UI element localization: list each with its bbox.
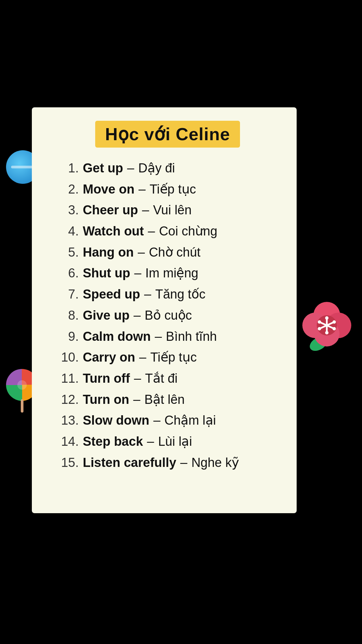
vocabulary-list: 1.Get up – Dậy đi2.Move on – Tiếp tục3.C…	[59, 158, 277, 473]
title-wrapper: Học với Celine	[59, 121, 277, 148]
item-dash: –	[148, 221, 155, 242]
svg-point-12	[333, 327, 336, 330]
vocab-item: 5.Hang on – Chờ chút	[59, 242, 277, 263]
vocab-item: 15.Listen carefully – Nghe kỹ	[59, 452, 277, 473]
item-translation: Chờ chút	[149, 242, 200, 263]
item-number: 10.	[59, 347, 79, 368]
item-dash: –	[142, 200, 149, 221]
item-phrase: Step back	[83, 431, 143, 452]
vocab-item: 13.Slow down – Chậm lại	[59, 410, 277, 431]
vocab-item: 6.Shut up – Im miệng	[59, 263, 277, 284]
item-number: 13.	[59, 410, 79, 431]
item-translation: Chậm lại	[165, 410, 216, 431]
item-phrase: Speed up	[83, 284, 140, 305]
item-number: 1.	[59, 158, 79, 179]
item-phrase: Calm down	[83, 326, 151, 347]
vocab-item: 2.Move on – Tiếp tục	[59, 179, 277, 200]
item-dash: –	[153, 410, 160, 431]
item-translation: Bỏ cuộc	[145, 305, 192, 326]
item-dash: –	[155, 326, 162, 347]
item-dash: –	[180, 452, 187, 473]
item-phrase: Slow down	[83, 410, 149, 431]
item-dash: –	[138, 242, 145, 263]
item-phrase: Cheer up	[83, 200, 138, 221]
item-translation: Im miệng	[145, 263, 198, 284]
item-dash: –	[134, 368, 141, 389]
item-number: 2.	[59, 179, 79, 200]
item-phrase: Turn off	[83, 368, 130, 389]
item-dash: –	[144, 284, 151, 305]
item-number: 7.	[59, 284, 79, 305]
vocab-item: 14.Step back – Lùi lại	[59, 431, 277, 452]
item-translation: Coi chừng	[159, 221, 217, 242]
item-translation: Tắt đi	[145, 368, 178, 389]
flower-decoration	[298, 295, 355, 352]
lollipop-stick	[21, 399, 23, 413]
item-translation: Bình tĩnh	[166, 326, 217, 347]
item-phrase: Hang on	[83, 242, 134, 263]
item-dash: –	[147, 431, 154, 452]
vocab-item: 1.Get up – Dậy đi	[59, 158, 277, 179]
item-number: 15.	[59, 452, 79, 473]
item-phrase: Listen carefully	[83, 452, 176, 473]
item-translation: Tăng tốc	[155, 284, 205, 305]
title-box: Học với Celine	[95, 121, 240, 148]
svg-point-14	[333, 320, 336, 324]
item-translation: Tiếp tục	[150, 347, 197, 368]
item-translation: Bật lên	[144, 389, 185, 410]
item-number: 8.	[59, 305, 79, 326]
item-number: 3.	[59, 200, 79, 221]
item-translation: Dậy đi	[138, 158, 175, 179]
item-dash: –	[134, 263, 141, 284]
item-phrase: Turn on	[83, 389, 129, 410]
item-dash: –	[127, 158, 134, 179]
item-number: 4.	[59, 221, 79, 242]
item-dash: –	[133, 389, 140, 410]
item-dash: –	[133, 305, 140, 326]
item-number: 6.	[59, 263, 79, 284]
item-translation: Lùi lại	[158, 431, 192, 452]
page-title: Học với Celine	[105, 124, 230, 144]
item-phrase: Give up	[83, 305, 129, 326]
vocab-item: 9.Calm down – Bình tĩnh	[59, 326, 277, 347]
vocab-item: 10.Carry on – Tiếp tục	[59, 347, 277, 368]
item-dash: –	[139, 347, 146, 368]
svg-point-10	[325, 331, 328, 334]
item-number: 14.	[59, 431, 79, 452]
item-phrase: Get up	[83, 158, 123, 179]
vocab-item: 12.Turn on – Bật lên	[59, 389, 277, 410]
svg-point-11	[318, 320, 321, 324]
item-phrase: Shut up	[83, 263, 130, 284]
vocab-item: 7.Speed up – Tăng tốc	[59, 284, 277, 305]
vocab-item: 11.Turn off – Tắt đi	[59, 368, 277, 389]
item-translation: Nghe kỹ	[191, 452, 239, 473]
item-number: 11.	[59, 368, 79, 389]
item-translation: Tiếp tục	[149, 179, 196, 200]
svg-point-13	[318, 327, 321, 330]
item-phrase: Watch out	[83, 221, 144, 242]
content-card: Học với Celine 1.Get up – Dậy đi2.Move o…	[32, 107, 297, 513]
item-translation: Vui lên	[153, 200, 192, 221]
item-phrase: Move on	[83, 179, 134, 200]
vocab-item: 8.Give up – Bỏ cuộc	[59, 305, 277, 326]
item-dash: –	[138, 179, 145, 200]
item-phrase: Carry on	[83, 347, 135, 368]
item-number: 9.	[59, 326, 79, 347]
vocab-item: 4.Watch out – Coi chừng	[59, 221, 277, 242]
svg-point-9	[325, 316, 328, 320]
item-number: 5.	[59, 242, 79, 263]
vocab-item: 3.Cheer up – Vui lên	[59, 200, 277, 221]
item-number: 12.	[59, 389, 79, 410]
